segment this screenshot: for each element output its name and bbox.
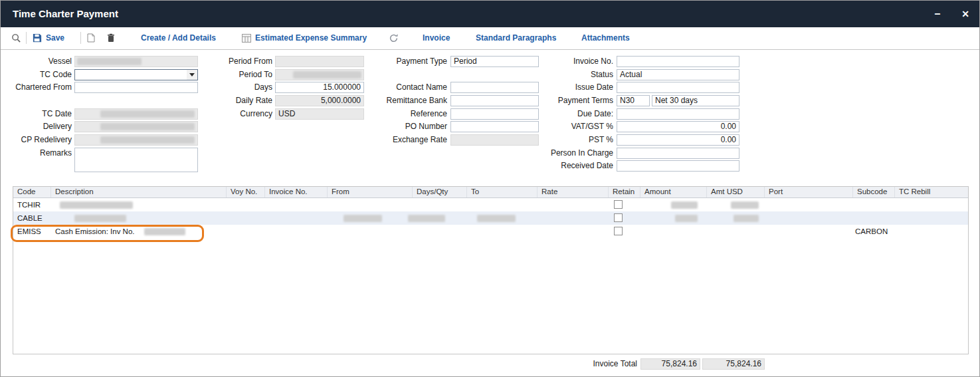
- delete-button[interactable]: [107, 27, 115, 49]
- person-in-charge-field[interactable]: [617, 148, 739, 159]
- delivery-field: [74, 121, 198, 132]
- redacted-value: [144, 228, 185, 235]
- retain-checkbox[interactable]: [614, 213, 623, 222]
- grid-col-port: Port: [765, 187, 853, 197]
- contact-name-field[interactable]: [450, 82, 539, 93]
- po-number-field[interactable]: [450, 121, 539, 132]
- remittance-bank-field[interactable]: [450, 95, 539, 106]
- cell-code: TCHIR: [17, 198, 41, 211]
- toolbar: Save Create / Add Details Estimated Expe…: [1, 27, 979, 50]
- grid-col-tc-rebill: TC Rebill: [895, 187, 968, 197]
- invoice-total-usd-field: 75,824.16: [702, 358, 765, 370]
- tc-code-field[interactable]: [74, 69, 198, 80]
- tc-code-label: TC Code: [4, 69, 72, 80]
- vat-gst-label: VAT/GST %: [542, 121, 613, 132]
- exchange-rate-field: [450, 134, 539, 146]
- retain-checkbox[interactable]: [614, 227, 623, 235]
- redacted-value: [77, 58, 142, 65]
- redacted-value: [477, 215, 516, 222]
- grid-col-subcode: Subcode: [853, 187, 895, 197]
- vat-gst-field[interactable]: 0.00: [617, 121, 739, 132]
- issue-date-field[interactable]: [617, 82, 739, 93]
- days-field[interactable]: 15.000000: [275, 82, 364, 93]
- toolbar-separator: [26, 32, 27, 44]
- standard-paragraphs-button[interactable]: Standard Paragraphs: [476, 27, 556, 49]
- redacted-value: [408, 215, 445, 222]
- redacted-value: [675, 215, 698, 222]
- attachments-button[interactable]: Attachments: [581, 27, 630, 49]
- daily-rate-field: 5,000.0000: [275, 95, 364, 106]
- redacted-value: [74, 215, 126, 222]
- invoice-total-field: 75,824.16: [640, 358, 700, 370]
- payment-terms-code-field[interactable]: N30: [617, 95, 650, 106]
- remarks-field[interactable]: [74, 148, 198, 172]
- toolbar-separator: [80, 32, 81, 44]
- payment-terms-description-field[interactable]: Net 30 days: [652, 95, 739, 106]
- invoice-button[interactable]: Invoice: [423, 27, 450, 49]
- attachments-label: Attachments: [581, 33, 630, 43]
- pst-field[interactable]: 0.00: [617, 134, 739, 146]
- grid-col-code: Code: [13, 187, 51, 197]
- status-label: Status: [542, 69, 613, 80]
- line-items-grid: Code Description Voy No. Invoice No. Fro…: [13, 186, 969, 354]
- tc-date-field: [74, 108, 198, 120]
- grid-col-rate: Rate: [538, 187, 609, 197]
- reference-label: Reference: [376, 108, 447, 120]
- grid-col-retain: Retain: [609, 187, 640, 197]
- table-row[interactable]: TCHIR: [13, 198, 968, 211]
- search-button[interactable]: [11, 27, 21, 49]
- due-date-field[interactable]: [617, 108, 739, 120]
- table-row[interactable]: CABLE: [13, 211, 968, 225]
- due-date-label: Due Date:: [542, 108, 613, 120]
- vessel-field: [74, 56, 198, 67]
- cell-description: Cash Emission: Inv No.: [55, 225, 135, 238]
- grid-col-amount: Amount: [640, 187, 707, 197]
- pst-label: PST %: [542, 134, 613, 146]
- status-field[interactable]: Actual: [617, 69, 739, 80]
- titlebar: Time Charter Payment – ✕: [1, 1, 979, 27]
- redacted-value: [671, 201, 698, 209]
- window-title: Time Charter Payment: [13, 1, 118, 27]
- delivery-label: Delivery: [4, 121, 72, 132]
- person-in-charge-label: Person In Charge: [542, 148, 613, 159]
- period-from-label: Period From: [213, 56, 272, 67]
- chartered-from-field[interactable]: [74, 82, 198, 93]
- retain-checkbox[interactable]: [614, 200, 623, 209]
- table-row[interactable]: EMISS Cash Emission: Inv No. CARBON: [13, 225, 968, 238]
- copy-button[interactable]: [87, 27, 95, 49]
- days-label: Days: [213, 82, 272, 93]
- standard-paragraphs-label: Standard Paragraphs: [476, 33, 556, 43]
- dropdown-arrow-icon[interactable]: [187, 70, 197, 80]
- invoice-no-label: Invoice No.: [542, 56, 613, 67]
- remarks-label: Remarks: [4, 148, 72, 159]
- exchange-rate-label: Exchange Rate: [376, 134, 447, 146]
- create-add-details-label: Create / Add Details: [141, 33, 216, 43]
- payment-terms-label: Payment Terms: [542, 95, 613, 106]
- payment-type-label: Payment Type: [376, 56, 447, 67]
- save-button[interactable]: Save: [33, 27, 64, 49]
- vessel-label: Vessel: [4, 56, 72, 67]
- document-icon: [87, 33, 95, 43]
- daily-rate-label: Daily Rate: [213, 95, 272, 106]
- payment-type-field[interactable]: Period: [450, 56, 539, 67]
- grid-col-from: From: [328, 187, 413, 197]
- save-label: Save: [46, 33, 64, 43]
- invoice-label: Invoice: [423, 33, 450, 43]
- estimated-expense-summary-label: Estimated Expense Summary: [255, 33, 367, 43]
- redacted-value: [734, 215, 759, 222]
- invoice-no-field[interactable]: [617, 56, 739, 67]
- redacted-value: [343, 215, 382, 222]
- grid-col-amt-usd: Amt USD: [707, 187, 765, 197]
- redacted-value: [100, 123, 195, 130]
- reference-field[interactable]: [450, 108, 539, 120]
- redacted-value: [293, 71, 361, 78]
- minimize-button[interactable]: –: [930, 1, 945, 27]
- received-date-field[interactable]: [617, 160, 739, 172]
- estimated-expense-summary-button[interactable]: Estimated Expense Summary: [242, 27, 367, 49]
- trash-icon: [107, 33, 115, 43]
- cell-code: EMISS: [17, 225, 41, 238]
- cp-redelivery-label: CP Redelivery: [4, 134, 72, 146]
- close-button[interactable]: ✕: [958, 1, 973, 27]
- create-add-details-button[interactable]: Create / Add Details: [141, 27, 216, 49]
- refresh-button[interactable]: [389, 27, 399, 49]
